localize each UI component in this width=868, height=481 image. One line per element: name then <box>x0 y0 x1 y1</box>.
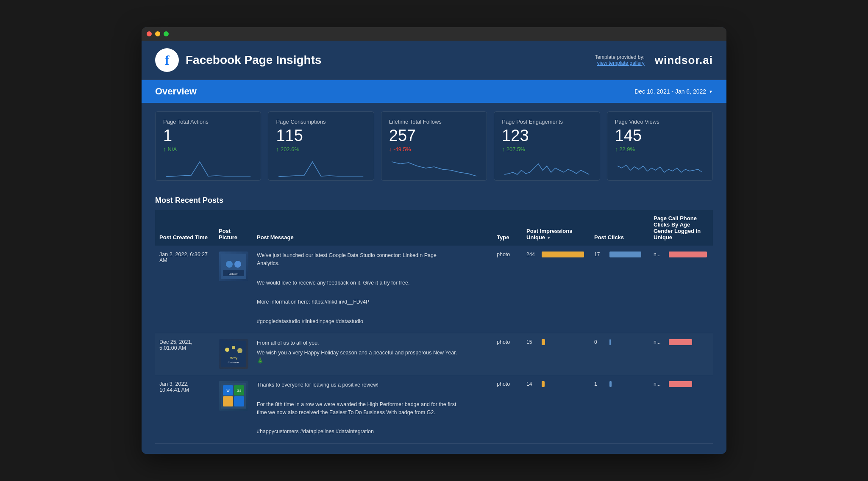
posts-section: Most Recent Posts Post Created Time Post… <box>142 189 726 454</box>
clicks-bar-1 <box>609 252 641 257</box>
date-range-text: Dec 10, 2021 - Jan 6, 2022 <box>634 88 706 95</box>
kpi-value-engagements: 123 <box>502 127 592 144</box>
sparkline-consumptions <box>276 158 366 179</box>
kpi-section: Page Total Actions 1 ↑ N/A Page Consumpt… <box>142 103 726 189</box>
kpi-arrow-videoviews: ↑ <box>615 146 618 152</box>
post-impressions-2: 15 <box>522 333 590 375</box>
post-impressions-3: 14 <box>522 375 590 444</box>
post-picture-2: Merry Christmas <box>214 333 253 375</box>
col-header-phone-clicks: Page Call Phone Clicks By Age Gender Log… <box>649 210 713 246</box>
kpi-arrow-follows: ↓ <box>389 146 392 152</box>
app-title: Facebook Page Insights <box>186 53 322 67</box>
overview-bar: Overview Dec 10, 2021 - Jan 6, 2022 ▼ <box>142 80 726 103</box>
post-time-1: Jan 2, 2022, 6:36:27 AM <box>155 246 214 333</box>
app-window: f Facebook Page Insights Template provid… <box>142 27 726 454</box>
sparkline-follows <box>389 158 479 179</box>
post-clicks-3: 1 <box>590 375 649 444</box>
impressions-bar-3 <box>542 381 545 387</box>
kpi-card-engagements: Page Post Engagements 123 ↑ 207.5% <box>494 111 600 181</box>
col-header-impressions[interactable]: Post Impressions Unique <box>522 210 590 246</box>
svg-point-2 <box>234 261 241 268</box>
post-image-2: Merry Christmas <box>219 339 248 369</box>
phone-bar-1 <box>669 252 707 257</box>
col-header-message: Post Message <box>253 210 492 246</box>
post-image-3: W G2 <box>219 381 248 411</box>
post-phone-2: n... <box>649 333 713 375</box>
clicks-bar-3 <box>609 381 612 387</box>
table-header-row: Post Created Time Post Picture Post Mess… <box>155 210 713 246</box>
facebook-logo: f <box>155 48 179 72</box>
post-message-3: Thanks to everyone for leaving us a posi… <box>253 375 492 444</box>
date-range-selector[interactable]: Dec 10, 2021 - Jan 6, 2022 ▼ <box>634 88 713 95</box>
kpi-label-consumptions: Page Consumptions <box>276 119 366 125</box>
kpi-value-videoviews: 145 <box>615 127 705 144</box>
kpi-card-consumptions: Page Consumptions 115 ↑ 202.6% <box>268 111 374 181</box>
kpi-change-videoviews: ↑ 22.9% <box>615 146 705 152</box>
post-type-2: photo <box>492 333 522 375</box>
phone-bar-2 <box>669 339 692 345</box>
table-row: Jan 2, 2022, 6:36:27 AM LinkedIn <box>155 246 713 333</box>
minimize-button[interactable] <box>155 31 160 36</box>
phone-label-2: n... <box>654 339 666 345</box>
impressions-bar-2 <box>542 339 545 345</box>
kpi-label-videoviews: Page Video Views <box>615 119 705 125</box>
svg-point-6 <box>225 348 229 352</box>
header-right: Template provided by: view template gall… <box>595 54 713 67</box>
header: f Facebook Page Insights Template provid… <box>142 41 726 80</box>
impressions-value-3: 14 <box>526 381 539 387</box>
sparkline-engagements <box>502 158 592 179</box>
post-message-2: From all of us to all of you, We wish yo… <box>253 333 492 375</box>
template-link[interactable]: view template gallery <box>597 60 645 66</box>
col-header-time: Post Created Time <box>155 210 214 246</box>
post-image-1: LinkedIn <box>219 252 248 281</box>
clicks-value-2: 0 <box>594 339 607 345</box>
svg-rect-15 <box>234 396 244 406</box>
svg-text:G2: G2 <box>237 389 242 393</box>
close-button[interactable] <box>147 31 152 36</box>
kpi-label-follows: Lifetime Total Follows <box>389 119 479 125</box>
kpi-arrow-actions: ↑ <box>163 146 166 152</box>
posts-table: Post Created Time Post Picture Post Mess… <box>155 210 713 444</box>
kpi-label-actions: Page Total Actions <box>163 119 253 125</box>
phone-label-1: n... <box>654 252 666 257</box>
post-impressions-1: 244 <box>522 246 590 333</box>
header-left: f Facebook Page Insights <box>155 48 322 72</box>
template-label: Template provided by: <box>595 54 644 60</box>
kpi-arrow-engagements: ↑ <box>502 146 505 152</box>
posts-section-title: Most Recent Posts <box>155 189 713 210</box>
post-type-3: photo <box>492 375 522 444</box>
clicks-value-3: 1 <box>594 381 607 387</box>
post-message-1: We've just launched our latest Google Da… <box>253 246 492 333</box>
svg-point-7 <box>232 346 235 349</box>
table-row: Dec 25, 2021, 5:01:00 AM Merry Christmas <box>155 333 713 375</box>
kpi-value-consumptions: 115 <box>276 127 366 144</box>
col-header-clicks: Post Clicks <box>590 210 649 246</box>
sparkline-actions <box>163 158 253 179</box>
kpi-card-videoviews: Page Video Views 145 ↑ 22.9% <box>607 111 713 181</box>
svg-point-8 <box>237 348 242 353</box>
windsor-brand: windsor.ai <box>655 54 713 67</box>
impressions-value-1: 244 <box>526 252 539 257</box>
post-clicks-1: 17 <box>590 246 649 333</box>
kpi-change-engagements: ↑ 207.5% <box>502 146 592 152</box>
maximize-button[interactable] <box>164 31 169 36</box>
post-clicks-2: 0 <box>590 333 649 375</box>
post-time-2: Dec 25, 2021, 5:01:00 AM <box>155 333 214 375</box>
kpi-card-follows: Lifetime Total Follows 257 ↓ -49.5% <box>381 111 487 181</box>
svg-text:Christmas: Christmas <box>228 361 239 364</box>
kpi-change-consumptions: ↑ 202.6% <box>276 146 366 152</box>
kpi-value-follows: 257 <box>389 127 479 144</box>
kpi-value-actions: 1 <box>163 127 253 144</box>
post-type-1: photo <box>492 246 522 333</box>
col-header-type: Type <box>492 210 522 246</box>
svg-text:LinkedIn: LinkedIn <box>229 273 239 275</box>
kpi-change-actions: ↑ N/A <box>163 146 253 152</box>
template-info: Template provided by: view template gall… <box>595 54 644 66</box>
kpi-card-actions: Page Total Actions 1 ↑ N/A <box>155 111 261 181</box>
sparkline-videoviews <box>615 158 705 179</box>
col-header-picture: Post Picture <box>214 210 253 246</box>
kpi-arrow-consumptions: ↑ <box>276 146 279 152</box>
kpi-change-follows: ↓ -49.5% <box>389 146 479 152</box>
clicks-bar-2 <box>609 339 611 345</box>
post-phone-3: n... <box>649 375 713 444</box>
